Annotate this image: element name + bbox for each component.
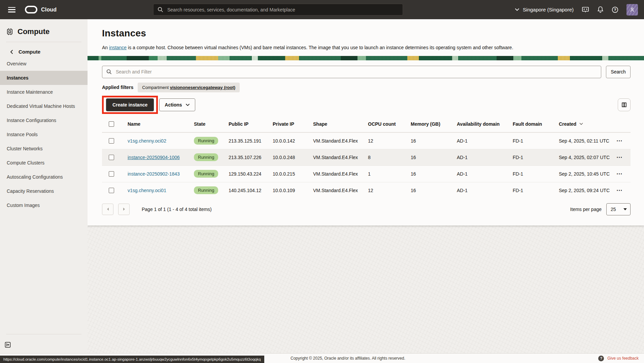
copyright-text: Copyright © 2025, Oracle and/or its affi… bbox=[291, 356, 405, 361]
sidebar-title: Compute bbox=[18, 27, 49, 36]
pagination-summary: Page 1 of 1 (1 - 4 of 4 total items) bbox=[142, 207, 212, 212]
table-header-row: NameStatePublic IPPrivate IPShapeOCPU co… bbox=[102, 116, 631, 132]
row-checkbox[interactable] bbox=[109, 171, 114, 177]
applied-filters-label: Applied filters bbox=[102, 85, 133, 90]
sidebar-item-custom-images[interactable]: Custom Images bbox=[0, 198, 88, 212]
table-cell: VM.Standard.E4.Flex bbox=[308, 171, 363, 177]
chevron-down-icon bbox=[623, 208, 627, 210]
instance-name-link[interactable]: v1sg.chenny.oci01 bbox=[128, 188, 166, 193]
table-cell: AD-1 bbox=[452, 138, 508, 144]
sidebar-item-overview[interactable]: Overview bbox=[0, 57, 88, 71]
sort-descending-icon[interactable] bbox=[579, 123, 583, 125]
table-row: v1sg.chenny.oci02Running213.35.125.19110… bbox=[102, 132, 631, 149]
chevron-down-icon bbox=[185, 103, 190, 106]
pagination: Page 1 of 1 (1 - 4 of 4 total items) Ite… bbox=[102, 199, 631, 220]
table-cell: 213.35.107.226 bbox=[224, 155, 268, 160]
compute-chip-icon bbox=[6, 28, 13, 35]
sidebar-item-cluster-networks[interactable]: Cluster Networks bbox=[0, 142, 88, 156]
cloud-shell-icon[interactable] bbox=[582, 6, 589, 13]
table-cell: Sep 2, 2025, 09:24 UTC bbox=[554, 188, 614, 193]
instance-name-link[interactable]: instance-20250902-1843 bbox=[128, 171, 180, 177]
status-badge: Running bbox=[194, 170, 218, 178]
instance-name-link[interactable]: instance-20250904-1006 bbox=[128, 155, 180, 160]
global-search[interactable] bbox=[153, 4, 403, 16]
items-per-page-select[interactable]: 25 bbox=[606, 203, 631, 215]
table-cell: VM.Standard.E4.Flex bbox=[308, 188, 363, 193]
help-icon[interactable]: ? bbox=[612, 6, 618, 13]
column-header-memory-gb: Memory (GB) bbox=[406, 121, 452, 127]
table-cell: Sep 4, 2025, 02:07 UTC bbox=[554, 155, 614, 160]
oracle-logo-icon bbox=[25, 6, 37, 13]
table-cell: FD-1 bbox=[508, 138, 554, 144]
sidebar-item-instance-configurations[interactable]: Instance Configurations bbox=[0, 113, 88, 127]
sidebar-item-instance-maintenance[interactable]: Instance Maintenance bbox=[0, 85, 88, 99]
row-checkbox[interactable] bbox=[109, 188, 114, 193]
items-per-page-label: Items per page bbox=[570, 207, 602, 212]
sidebar-item-capacity-reservations[interactable]: Capacity Reservations bbox=[0, 184, 88, 198]
sidebar-collapse-button[interactable] bbox=[5, 342, 11, 348]
sidebar-item-dedicated-virtual-machine-hosts[interactable]: Dedicated Virtual Machine Hosts bbox=[0, 99, 88, 113]
footer-help-icon[interactable]: ? bbox=[598, 356, 604, 361]
row-actions-menu-button[interactable]: ⋯ bbox=[616, 189, 622, 192]
sidebar-back-compute[interactable]: Compute bbox=[0, 42, 88, 57]
page-description: An instance is a compute host. Choose be… bbox=[102, 44, 629, 51]
sidebar-item-autoscaling-configurations[interactable]: Autoscaling Configurations bbox=[0, 170, 88, 184]
create-instance-button[interactable]: Create instance bbox=[106, 98, 154, 111]
row-checkbox[interactable] bbox=[109, 138, 114, 144]
table-cell: 12 bbox=[363, 188, 406, 193]
previous-page-button[interactable] bbox=[102, 204, 113, 215]
row-actions-menu-button[interactable]: ⋯ bbox=[616, 156, 622, 159]
table-cell: Sep 4, 2025, 02:11 UTC bbox=[554, 138, 614, 144]
search-icon bbox=[158, 7, 163, 12]
instance-doc-link[interactable]: instance bbox=[109, 45, 127, 50]
instances-card: Instances An instance is a compute host.… bbox=[88, 19, 644, 225]
table-cell: VM.Standard.E4.Flex bbox=[308, 155, 363, 160]
sidebar-bottom-divider bbox=[6, 334, 81, 334]
row-actions-menu-button[interactable]: ⋯ bbox=[616, 139, 622, 143]
table-cell: FD-1 bbox=[508, 171, 554, 177]
sidebar-item-instance-pools[interactable]: Instance Pools bbox=[0, 127, 88, 142]
table-cell: 12 bbox=[363, 138, 406, 144]
search-and-filter-input[interactable] bbox=[115, 69, 597, 75]
search-and-filter-field[interactable] bbox=[102, 66, 601, 78]
sidebar-nav: OverviewInstancesInstance MaintenanceDed… bbox=[0, 57, 88, 212]
row-checkbox[interactable] bbox=[109, 155, 114, 160]
region-label: Singapore (Singapore) bbox=[523, 7, 574, 12]
table-cell: 129.150.43.224 bbox=[224, 171, 268, 177]
sidebar-item-compute-clusters[interactable]: Compute Clusters bbox=[0, 156, 88, 170]
column-header-state: State bbox=[189, 121, 224, 127]
instances-table: NameStatePublic IPPrivate IPShapeOCPU co… bbox=[102, 116, 631, 199]
feedback-link[interactable]: Give us feedback bbox=[607, 356, 639, 361]
arrow-left-icon bbox=[106, 207, 109, 211]
select-all-checkbox[interactable] bbox=[109, 121, 114, 127]
user-avatar[interactable] bbox=[626, 4, 638, 16]
actions-dropdown-button[interactable]: Actions bbox=[159, 98, 195, 111]
hamburger-menu-icon[interactable] bbox=[8, 7, 15, 12]
notifications-bell-icon[interactable] bbox=[597, 6, 604, 13]
table-cell: 10.0.0.109 bbox=[268, 188, 308, 193]
search-button[interactable]: Search bbox=[606, 66, 631, 78]
next-page-button[interactable] bbox=[118, 204, 130, 215]
row-actions-menu-button[interactable]: ⋯ bbox=[616, 172, 622, 176]
search-icon bbox=[106, 69, 112, 74]
table-cell: AD-1 bbox=[452, 155, 508, 160]
column-settings-button[interactable] bbox=[618, 98, 631, 111]
main-content: Instances An instance is a compute host.… bbox=[88, 19, 644, 353]
status-badge: Running bbox=[194, 137, 218, 145]
table-cell: AD-1 bbox=[452, 188, 508, 193]
topbar: Cloud Singapore (Singapore) ? bbox=[0, 0, 644, 19]
status-badge: Running bbox=[194, 186, 218, 194]
svg-text:?: ? bbox=[614, 8, 616, 12]
global-search-input[interactable] bbox=[167, 7, 399, 13]
compartment-filter-chip[interactable]: Compartment visiononeservicegateway (roo… bbox=[138, 83, 240, 92]
table-cell: VM.Standard.E4.Flex bbox=[308, 138, 363, 144]
sidebar-back-label: Compute bbox=[19, 49, 40, 55]
sidebar-item-instances[interactable]: Instances bbox=[0, 71, 88, 85]
table-row: instance-20250902-1843Running129.150.43.… bbox=[102, 165, 631, 182]
region-selector[interactable]: Singapore (Singapore) bbox=[515, 7, 574, 12]
table-row: instance-20250904-1006Running213.35.107.… bbox=[102, 149, 631, 165]
chevron-down-icon bbox=[515, 8, 519, 11]
oracle-cloud-logo[interactable]: Cloud bbox=[25, 6, 57, 13]
annotation-highlight-box: Create instance bbox=[102, 96, 158, 114]
instance-name-link[interactable]: v1sg.chenny.oci02 bbox=[128, 138, 166, 144]
